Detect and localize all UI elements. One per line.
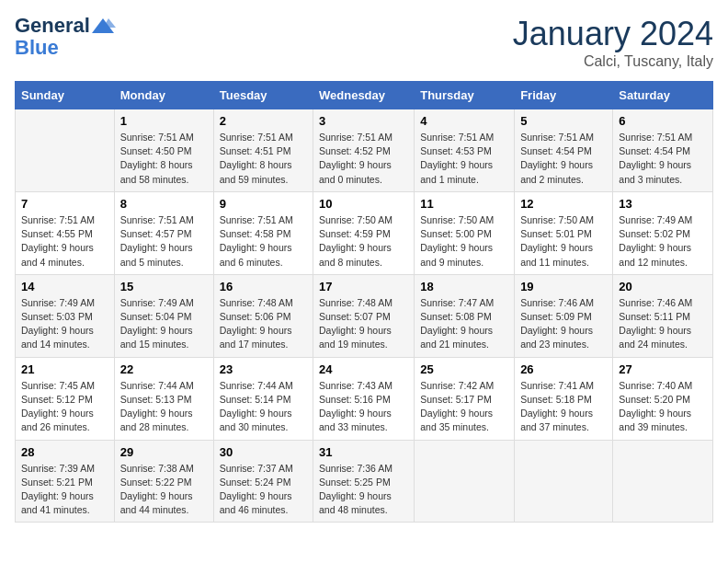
calendar-cell: 25Sunrise: 7:42 AM Sunset: 5:17 PM Dayli… [415,357,515,440]
day-info: Sunrise: 7:39 AM Sunset: 5:21 PM Dayligh… [21,462,108,518]
calendar-week-3: 21Sunrise: 7:45 AM Sunset: 5:12 PM Dayli… [16,357,713,440]
day-info: Sunrise: 7:48 AM Sunset: 5:06 PM Dayligh… [220,296,307,352]
day-info: Sunrise: 7:50 AM Sunset: 5:00 PM Dayligh… [420,213,508,270]
day-number: 18 [420,280,508,293]
day-info: Sunrise: 7:49 AM Sunset: 5:03 PM Dayligh… [21,296,108,352]
day-number: 14 [21,280,108,293]
calendar-table: SundayMondayTuesdayWednesdayThursdayFrid… [15,81,713,523]
day-number: 10 [319,197,408,211]
calendar-cell: 19Sunrise: 7:46 AM Sunset: 5:09 PM Dayli… [515,274,613,357]
day-info: Sunrise: 7:51 AM Sunset: 4:54 PM Dayligh… [619,131,707,187]
calendar-cell: 4Sunrise: 7:51 AM Sunset: 4:53 PM Daylig… [415,109,515,192]
calendar-cell: 26Sunrise: 7:41 AM Sunset: 5:18 PM Dayli… [515,357,613,440]
day-number: 28 [21,445,108,459]
day-header-saturday: Saturday [613,82,713,109]
calendar-header-row: SundayMondayTuesdayWednesdayThursdayFrid… [16,82,713,109]
logo: General Blue [15,15,116,59]
day-info: Sunrise: 7:51 AM Sunset: 4:58 PM Dayligh… [220,213,307,270]
page-header: General Blue January 2024 Calci, Tuscany… [15,15,713,70]
calendar-cell: 14Sunrise: 7:49 AM Sunset: 5:03 PM Dayli… [16,274,115,357]
day-info: Sunrise: 7:37 AM Sunset: 5:24 PM Dayligh… [220,462,307,518]
day-number: 31 [319,445,408,459]
day-number: 30 [220,445,307,459]
day-info: Sunrise: 7:50 AM Sunset: 5:01 PM Dayligh… [520,213,607,270]
calendar-cell: 21Sunrise: 7:45 AM Sunset: 5:12 PM Dayli… [16,357,115,440]
calendar-cell: 22Sunrise: 7:44 AM Sunset: 5:13 PM Dayli… [114,357,213,440]
day-info: Sunrise: 7:47 AM Sunset: 5:08 PM Dayligh… [420,296,508,352]
calendar-cell [613,440,713,523]
day-number: 8 [120,197,208,211]
day-number: 23 [220,362,307,376]
calendar-cell: 1Sunrise: 7:51 AM Sunset: 4:50 PM Daylig… [114,109,213,192]
day-info: Sunrise: 7:51 AM Sunset: 4:54 PM Dayligh… [520,131,607,187]
calendar-cell: 10Sunrise: 7:50 AM Sunset: 4:59 PM Dayli… [313,191,415,274]
calendar-week-1: 7Sunrise: 7:51 AM Sunset: 4:55 PM Daylig… [16,191,713,274]
calendar-cell: 18Sunrise: 7:47 AM Sunset: 5:08 PM Dayli… [415,274,515,357]
day-number: 20 [619,280,707,293]
logo-blue-text: Blue [15,37,116,59]
calendar-cell: 6Sunrise: 7:51 AM Sunset: 4:54 PM Daylig… [613,109,713,192]
day-header-wednesday: Wednesday [313,82,415,109]
calendar-cell: 11Sunrise: 7:50 AM Sunset: 5:00 PM Dayli… [415,191,515,274]
month-title: January 2024 [513,15,713,53]
day-info: Sunrise: 7:42 AM Sunset: 5:17 PM Dayligh… [420,379,508,435]
calendar-week-0: 1Sunrise: 7:51 AM Sunset: 4:50 PM Daylig… [16,109,713,192]
day-info: Sunrise: 7:51 AM Sunset: 4:57 PM Dayligh… [120,213,208,270]
day-info: Sunrise: 7:46 AM Sunset: 5:09 PM Dayligh… [520,296,607,352]
calendar-cell: 9Sunrise: 7:51 AM Sunset: 4:58 PM Daylig… [213,191,313,274]
day-number: 12 [520,197,607,211]
day-info: Sunrise: 7:51 AM Sunset: 4:50 PM Dayligh… [120,131,208,187]
day-info: Sunrise: 7:40 AM Sunset: 5:20 PM Dayligh… [619,379,707,435]
day-info: Sunrise: 7:46 AM Sunset: 5:11 PM Dayligh… [619,296,707,352]
calendar-cell: 28Sunrise: 7:39 AM Sunset: 5:21 PM Dayli… [16,440,115,523]
day-info: Sunrise: 7:50 AM Sunset: 4:59 PM Dayligh… [319,213,408,270]
day-number: 21 [21,362,108,376]
calendar-cell: 8Sunrise: 7:51 AM Sunset: 4:57 PM Daylig… [114,191,213,274]
calendar-cell [16,109,115,192]
day-number: 22 [120,362,208,376]
day-number: 19 [520,280,607,293]
day-number: 6 [619,114,707,128]
calendar-week-2: 14Sunrise: 7:49 AM Sunset: 5:03 PM Dayli… [16,274,713,357]
day-number: 1 [120,114,208,128]
calendar-cell: 15Sunrise: 7:49 AM Sunset: 5:04 PM Dayli… [114,274,213,357]
day-number: 5 [520,114,607,128]
day-number: 4 [420,114,508,128]
day-number: 27 [619,362,707,376]
day-number: 3 [319,114,408,128]
location: Calci, Tuscany, Italy [513,53,713,70]
day-number: 13 [619,197,707,211]
day-header-monday: Monday [114,82,213,109]
day-info: Sunrise: 7:49 AM Sunset: 5:04 PM Dayligh… [120,296,208,352]
day-info: Sunrise: 7:48 AM Sunset: 5:07 PM Dayligh… [319,296,408,352]
day-info: Sunrise: 7:44 AM Sunset: 5:13 PM Dayligh… [120,379,208,435]
day-number: 25 [420,362,508,376]
day-header-sunday: Sunday [16,82,115,109]
calendar-cell [415,440,515,523]
day-header-thursday: Thursday [415,82,515,109]
day-number: 24 [319,362,408,376]
day-info: Sunrise: 7:44 AM Sunset: 5:14 PM Dayligh… [220,379,307,435]
day-number: 26 [520,362,607,376]
day-number: 7 [21,197,108,211]
day-info: Sunrise: 7:36 AM Sunset: 5:25 PM Dayligh… [319,462,408,518]
day-info: Sunrise: 7:41 AM Sunset: 5:18 PM Dayligh… [520,379,607,435]
day-info: Sunrise: 7:43 AM Sunset: 5:16 PM Dayligh… [319,379,408,435]
day-number: 2 [220,114,307,128]
day-info: Sunrise: 7:38 AM Sunset: 5:22 PM Dayligh… [120,462,208,518]
calendar-cell: 30Sunrise: 7:37 AM Sunset: 5:24 PM Dayli… [213,440,313,523]
calendar-week-4: 28Sunrise: 7:39 AM Sunset: 5:21 PM Dayli… [16,440,713,523]
day-number: 16 [220,280,307,293]
calendar-cell: 17Sunrise: 7:48 AM Sunset: 5:07 PM Dayli… [313,274,415,357]
calendar-cell: 29Sunrise: 7:38 AM Sunset: 5:22 PM Dayli… [114,440,213,523]
calendar-cell: 24Sunrise: 7:43 AM Sunset: 5:16 PM Dayli… [313,357,415,440]
day-number: 11 [420,197,508,211]
calendar-cell: 12Sunrise: 7:50 AM Sunset: 5:01 PM Dayli… [515,191,613,274]
logo-text: General [15,15,116,37]
calendar-cell: 31Sunrise: 7:36 AM Sunset: 5:25 PM Dayli… [313,440,415,523]
day-info: Sunrise: 7:51 AM Sunset: 4:52 PM Dayligh… [319,131,408,187]
day-info: Sunrise: 7:45 AM Sunset: 5:12 PM Dayligh… [21,379,108,435]
calendar-cell: 20Sunrise: 7:46 AM Sunset: 5:11 PM Dayli… [613,274,713,357]
day-info: Sunrise: 7:51 AM Sunset: 4:55 PM Dayligh… [21,213,108,270]
title-block: January 2024 Calci, Tuscany, Italy [513,15,713,70]
